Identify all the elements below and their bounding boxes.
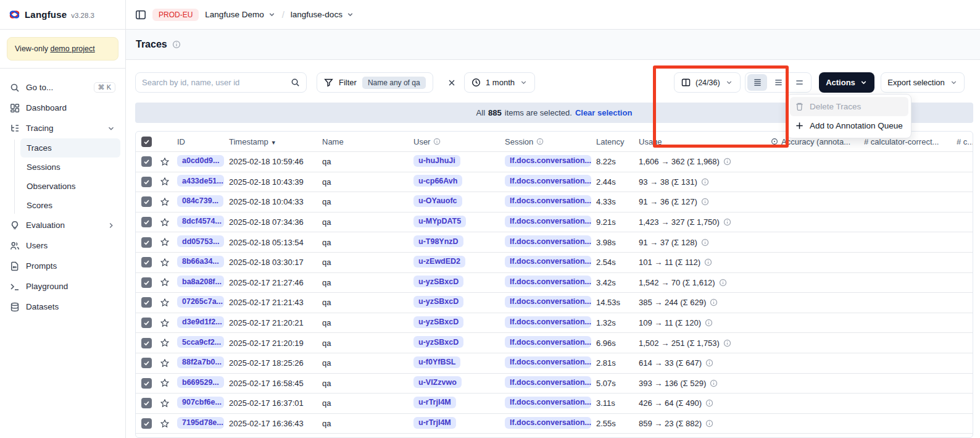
- trace-id-badge[interactable]: a0cd0d9...: [177, 155, 224, 167]
- row-height-large-button[interactable]: [789, 74, 809, 91]
- star-icon[interactable]: [160, 258, 170, 267]
- user-badge[interactable]: u-rTrjI4M: [413, 397, 456, 408]
- trace-id-badge[interactable]: 907cbf6e...: [177, 397, 224, 408]
- header-name[interactable]: Name: [320, 137, 411, 146]
- session-badge[interactable]: lf.docs.conversation...: [505, 296, 591, 308]
- info-icon[interactable]: [710, 379, 718, 387]
- info-icon[interactable]: [710, 298, 718, 306]
- table-row[interactable]: a0cd0d9... 2025-02-18 10:59:46 qa u-huJh…: [136, 152, 973, 172]
- star-icon[interactable]: [160, 338, 170, 348]
- session-badge[interactable]: lf.docs.conversation...: [505, 256, 591, 267]
- menu-item-add-to-annotation-queue[interactable]: Add to Annotation Queue: [790, 116, 908, 135]
- row-checkbox[interactable]: [141, 196, 152, 207]
- user-badge[interactable]: u-yzSBxcD: [413, 296, 463, 308]
- table-row[interactable]: ba8a208f... 2025-02-17 21:27:46 qa u-yzS…: [136, 273, 973, 293]
- sidebar-item-scores[interactable]: Scores: [20, 196, 120, 215]
- info-icon[interactable]: [723, 339, 731, 347]
- table-row[interactable]: 5cca9cf2... 2025-02-17 21:20:19 qa u-yzS…: [136, 333, 973, 353]
- info-icon[interactable]: [704, 258, 712, 266]
- trace-id-badge[interactable]: 7195d78e...: [177, 417, 224, 429]
- sidebar-item-datasets[interactable]: Datasets: [5, 297, 120, 317]
- table-row[interactable]: 084c739... 2025-02-18 10:04:33 qa u-OYau…: [136, 192, 973, 213]
- user-badge[interactable]: u-OYauofc: [413, 195, 462, 207]
- star-icon[interactable]: [160, 398, 170, 408]
- row-checkbox[interactable]: [141, 277, 152, 288]
- sidebar-item-prompts[interactable]: Prompts: [5, 256, 120, 276]
- header-latency[interactable]: Latency: [594, 137, 636, 146]
- row-height-medium-button[interactable]: [768, 74, 788, 91]
- sidebar-item-observations[interactable]: Observations: [20, 177, 120, 196]
- session-badge[interactable]: lf.docs.conversation....: [505, 417, 591, 429]
- header-usage[interactable]: Usage: [636, 137, 768, 146]
- sidebar-item-sessions[interactable]: Sessions: [20, 158, 120, 177]
- info-icon[interactable]: [723, 218, 731, 226]
- info-icon[interactable]: [705, 419, 713, 427]
- trace-id-badge[interactable]: dd05753...: [177, 235, 224, 247]
- header-user[interactable]: User: [411, 137, 502, 146]
- row-checkbox[interactable]: [141, 318, 152, 328]
- trace-id-badge[interactable]: 8b66a34...: [177, 256, 224, 267]
- header-last-truncated[interactable]: # c...: [954, 137, 973, 146]
- trace-id-badge[interactable]: d3e9d1f2...: [177, 316, 224, 328]
- star-icon[interactable]: [160, 197, 170, 207]
- star-icon[interactable]: [160, 419, 170, 429]
- row-checkbox[interactable]: [141, 237, 152, 248]
- sidebar-item-dashboard[interactable]: Dashboard: [5, 98, 120, 118]
- info-icon[interactable]: [701, 178, 709, 186]
- table-row[interactable]: 8dcf4574... 2025-02-18 07:34:36 qa u-MYp…: [136, 213, 973, 233]
- user-badge[interactable]: u-VIZzvwo: [413, 376, 462, 388]
- user-badge[interactable]: u-f0YfBSL: [413, 356, 460, 368]
- info-icon[interactable]: [723, 158, 731, 166]
- session-badge[interactable]: lf.docs.conversation...: [505, 155, 591, 167]
- row-height-small-button[interactable]: [747, 74, 767, 91]
- select-all-checkbox[interactable]: [141, 137, 152, 147]
- user-badge[interactable]: u-cp66Avh: [413, 175, 462, 187]
- header-id[interactable]: ID: [175, 137, 226, 146]
- table-row[interactable]: 7195d78e... 2025-02-17 16:36:43 qa u-rTr…: [136, 414, 973, 434]
- search-icon[interactable]: [291, 78, 300, 87]
- info-icon[interactable]: [705, 399, 713, 407]
- session-badge[interactable]: lf.docs.conversation...: [505, 276, 591, 287]
- row-checkbox[interactable]: [141, 378, 152, 389]
- filter-button[interactable]: Filter Name any of qa: [317, 72, 433, 93]
- user-badge[interactable]: u-MYpDAT5: [413, 216, 466, 227]
- demo-project-link[interactable]: demo project: [50, 44, 94, 53]
- trace-id-badge[interactable]: 084c739...: [177, 195, 223, 207]
- sidebar-item-goto[interactable]: Go to... ⌘ K: [5, 77, 120, 98]
- row-checkbox[interactable]: [141, 297, 152, 308]
- session-badge[interactable]: lf.docs.conversation....: [505, 235, 591, 247]
- table-row[interactable]: 07265c7a... 2025-02-17 21:21:43 qa u-yzS…: [136, 293, 973, 313]
- row-checkbox[interactable]: [141, 338, 152, 348]
- trace-id-badge[interactable]: 8dcf4574...: [177, 216, 224, 227]
- star-icon[interactable]: [160, 217, 170, 227]
- clear-filter-button[interactable]: [443, 72, 460, 93]
- row-checkbox[interactable]: [141, 418, 152, 429]
- table-row[interactable]: 907cbf6e... 2025-02-17 16:37:01 qa u-rTr…: [136, 394, 973, 414]
- sidebar-item-evaluation[interactable]: Evaluation: [5, 215, 120, 235]
- star-icon[interactable]: [160, 237, 170, 247]
- session-badge[interactable]: lf.docs.conversation....: [505, 216, 591, 227]
- session-badge[interactable]: lf.docs.conversation....: [505, 397, 591, 408]
- column-visibility-button[interactable]: (24/36): [674, 72, 741, 93]
- table-row[interactable]: 88f2a7b0... 2025-02-17 18:25:26 qa u-f0Y…: [136, 353, 973, 374]
- user-badge[interactable]: u-rTrjI4M: [413, 417, 456, 429]
- header-session[interactable]: Session: [502, 137, 594, 146]
- clear-selection-link[interactable]: Clear selection: [575, 108, 633, 117]
- sidebar-toggle-button[interactable]: [135, 9, 146, 20]
- info-icon[interactable]: [701, 198, 709, 206]
- sidebar-item-playground[interactable]: Playground: [5, 276, 120, 297]
- row-checkbox[interactable]: [141, 358, 152, 368]
- sidebar-item-tracing[interactable]: Tracing: [5, 118, 120, 138]
- trace-id-badge[interactable]: 88f2a7b0...: [177, 356, 224, 368]
- table-row[interactable]: a433de51... 2025-02-18 10:43:39 qa u-cp6…: [136, 172, 973, 193]
- table-row[interactable]: dd05753... 2025-02-18 05:13:54 qa u-T98Y…: [136, 232, 973, 253]
- project-switcher[interactable]: langfuse-docs: [291, 10, 354, 19]
- star-icon[interactable]: [160, 358, 170, 368]
- org-switcher[interactable]: Langfuse Demo: [205, 10, 275, 19]
- trace-id-badge[interactable]: a433de51...: [177, 175, 224, 187]
- trace-id-badge[interactable]: 5cca9cf2...: [177, 336, 224, 348]
- info-icon[interactable]: [719, 279, 727, 287]
- star-icon[interactable]: [160, 157, 170, 167]
- user-badge[interactable]: u-huJhuJi: [413, 155, 460, 167]
- trace-id-badge[interactable]: ba8a208f...: [177, 276, 224, 287]
